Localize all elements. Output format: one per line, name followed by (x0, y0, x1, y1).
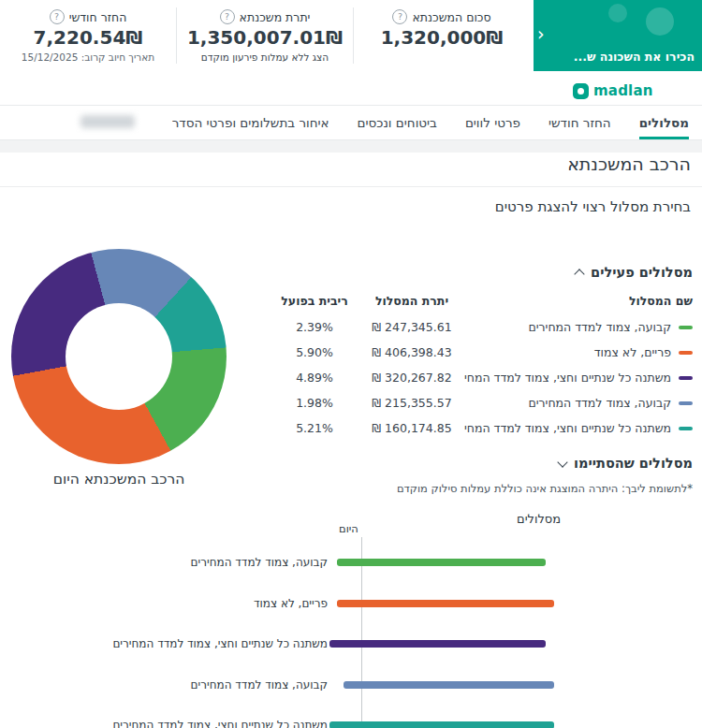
page-subtitle: בחירת מסלול רצוי להצגת פרטים (495, 198, 691, 215)
track-name: פריים, לא צמוד (594, 345, 671, 359)
track-rate: 2.39% (270, 320, 359, 334)
redacted-text (80, 115, 135, 128)
timeline-row: משתנה כל שנתיים וחצי, צמוד למדד המחירים (0, 719, 702, 728)
stat-value: 1,350,007.01₪ (177, 26, 353, 49)
section-divider (0, 140, 702, 153)
tracks-panel: מסלולים פעילים שם המסלול יתרת המסלול ריב… (270, 265, 693, 495)
tracks-table-header: שם המסלול יתרת המסלול ריבית בפועל (270, 294, 693, 314)
track-row[interactable]: קבועה, צמוד למדד המחירים ₪ 215,355.57 1.… (270, 390, 693, 415)
stat-label: סכום המשכנתא (412, 10, 490, 24)
timeline-bar[interactable] (329, 640, 546, 648)
stat-mortgage-balance: יתרת משכנתא ? 1,350,007.01₪ הצג ללא עמלו… (177, 7, 354, 64)
madlan-logo-icon (573, 83, 589, 99)
tab-late-payments[interactable]: איחור בתשלומים ופרטי הסדר (172, 106, 329, 139)
track-rate: 4.89% (270, 371, 359, 385)
stat-value: 1,320,000₪ (354, 26, 530, 49)
help-icon[interactable]: ? (50, 9, 65, 24)
tab-insurance-assets[interactable]: ביטוחים ונכסים (358, 106, 437, 139)
timeline-row-label: משתנה כל שנתיים וחצי, צמוד למדד המחירים (51, 719, 328, 728)
track-rate: 5.21% (270, 421, 359, 435)
timeline-row-label: משתנה כל שנתיים וחצי, צמוד למדד המחירים (51, 637, 328, 650)
timeline-bar[interactable] (337, 600, 554, 607)
tab-borrower-details[interactable]: פרטי לווים (465, 106, 520, 139)
tab-monthly-payment[interactable]: החזר חודשי (548, 106, 611, 139)
chevron-left-icon[interactable]: ‹ (537, 24, 545, 43)
track-row[interactable]: קבועה, צמוד למדד המחירים ₪ 247,345.61 2.… (270, 314, 693, 340)
col-track-name: שם המסלול (464, 294, 693, 308)
banner-text: הכירו את השכונה ש... (552, 50, 695, 64)
track-color-marker (679, 326, 693, 329)
col-track-rate: ריבית בפועל (270, 294, 359, 308)
madlan-logo-text: madlan (593, 82, 653, 99)
stats-header: סכום המשכנתא ? 1,320,000₪ יתרת משכנתא ? … (0, 0, 530, 71)
timeline-row: קבועה, צמוד למדד המחירים (0, 678, 702, 693)
timeline-row-label: פריים, לא צמוד (51, 597, 328, 610)
timeline-row: קבועה, צמוד למדד המחירים (0, 556, 702, 571)
mortgage-donut[interactable] (11, 249, 227, 464)
active-tracks-toggle[interactable]: מסלולים פעילים (270, 265, 693, 280)
madlan-logo[interactable]: madlan (573, 82, 653, 99)
chevron-down-icon (557, 457, 567, 467)
track-name: משתנה כל שנתיים וחצי, צמוד למדד המחירים (464, 371, 671, 385)
banner-illustration (608, 4, 627, 22)
timeline-bar[interactable] (344, 681, 554, 689)
banner-illustration (646, 7, 674, 36)
show-without-fees-link[interactable]: הצג ללא עמלות פירעון מוקדם (177, 51, 353, 63)
track-balance: ₪ 215,355.57 (359, 396, 464, 410)
balance-note: *לתשומת ליבך: היתרה המוצגת אינה כוללת עמ… (270, 482, 693, 495)
stat-label: החזר חודשי (69, 10, 127, 24)
active-tracks-title: מסלולים פעילים (591, 265, 693, 280)
stat-monthly-payment: החזר חודשי ? 7,220.54₪ תאריך חיוב קרוב: … (0, 7, 177, 64)
chevron-up-icon (574, 269, 584, 279)
track-color-marker (679, 376, 693, 380)
donut-caption: הרכב המשכנתא היום (11, 471, 227, 488)
timeline-row-label: קבועה, צמוד למדד המחירים (51, 678, 328, 692)
finished-tracks-title: מסלולים שהסתיימו (574, 456, 693, 471)
track-name: קבועה, צמוד למדד המחירים (528, 396, 671, 410)
track-color-marker (679, 351, 693, 355)
tab-tracks[interactable]: מסלולים (639, 106, 689, 139)
track-row[interactable]: משתנה כל שנתיים וחצי, צמוד למדד המחירים … (270, 415, 693, 441)
help-icon[interactable]: ? (220, 9, 235, 24)
timeline-today-label: היום (339, 522, 358, 535)
track-rate: 1.98% (270, 396, 359, 410)
timeline-row: פריים, לא צמוד (0, 597, 702, 612)
track-name: משתנה כל שנתיים וחצי, צמוד למדד המחירים (464, 421, 671, 435)
track-balance: ₪ 320,267.82 (359, 371, 464, 385)
stat-label: יתרת משכנתא (240, 10, 311, 24)
timeline-row: משתנה כל שנתיים וחצי, צמוד למדד המחירים (0, 637, 702, 652)
track-rate: 5.90% (270, 345, 359, 359)
timeline-title: מסלולים (517, 512, 561, 526)
timeline-bar[interactable] (329, 721, 554, 728)
track-color-marker (679, 427, 693, 430)
stat-mortgage-sum: סכום המשכנתא ? 1,320,000₪ (354, 7, 530, 64)
timeline-row-label: קבועה, צמוד למדד המחירים (51, 556, 328, 569)
track-name: קבועה, צמוד למדד המחירים (528, 320, 671, 334)
track-balance: ₪ 406,398.43 (359, 345, 464, 359)
track-color-marker (679, 401, 693, 405)
finished-tracks-toggle[interactable]: מסלולים שהסתיימו (270, 456, 693, 471)
track-row[interactable]: משתנה כל שנתיים וחצי, צמוד למדד המחירים … (270, 365, 693, 390)
donut-chart-wrap (11, 249, 227, 464)
page-title: הרכב המשכנתא (567, 153, 691, 174)
divider (0, 186, 702, 187)
stat-value: 7,220.54₪ (0, 26, 176, 49)
help-icon[interactable]: ? (392, 9, 407, 24)
timeline-bar[interactable] (337, 559, 546, 566)
track-row[interactable]: פריים, לא צמוד ₪ 406,398.43 5.90% (270, 340, 693, 365)
col-track-balance: יתרת המסלול (359, 294, 464, 308)
neighborhood-promo-banner[interactable]: ‹ הכירו את השכונה ש... (534, 0, 702, 71)
track-balance: ₪ 160,174.85 (359, 421, 464, 435)
track-balance: ₪ 247,345.61 (359, 320, 464, 334)
next-charge-date: תאריך חיוב קרוב: 15/12/2025 (0, 51, 176, 63)
